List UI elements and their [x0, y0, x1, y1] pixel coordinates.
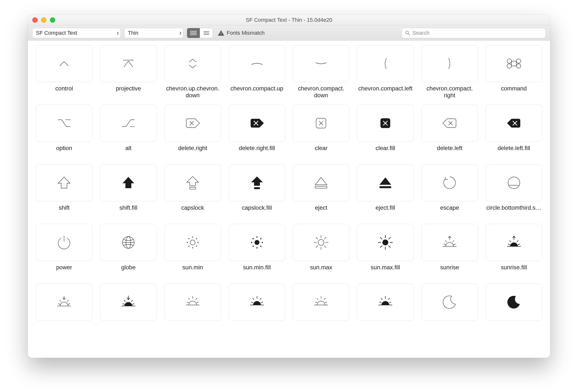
symbol-cell[interactable]: sun.​min.​fill	[227, 224, 286, 278]
symbol-label: sun.​max	[310, 264, 332, 278]
symbol-cell[interactable]: sunrise.​fill	[484, 224, 543, 278]
symbol-cell[interactable]	[356, 283, 415, 337]
symbol-label: sun.​max.​fill	[371, 264, 400, 278]
symbol-cell[interactable]	[35, 283, 94, 337]
symbol-cell[interactable]: control	[35, 45, 94, 99]
svg-line-115	[324, 298, 325, 300]
symbol-label: chevron.​compact.​right	[422, 85, 478, 99]
svg-line-97	[131, 300, 133, 302]
symbol-cell[interactable]: command	[484, 45, 543, 99]
chevron-compact-left-icon	[357, 45, 414, 82]
svg-line-103	[195, 298, 197, 300]
list-view-button[interactable]	[200, 28, 213, 38]
globe-icon	[100, 224, 157, 261]
symbol-label: delete.​left.​fill	[498, 145, 530, 158]
symbol-label: option	[56, 145, 72, 158]
symbol-cell[interactable]: delete.​right.​fill	[227, 105, 286, 158]
symbol-cell[interactable]: projective	[99, 45, 158, 99]
symbol-cell[interactable]: capslock.​fill	[227, 164, 286, 218]
view-mode-segmented	[187, 28, 213, 38]
grid-view-button[interactable]	[187, 28, 200, 38]
symbol-cell[interactable]: alt	[99, 105, 158, 158]
symbol-label: delete.​right	[178, 145, 207, 158]
minimize-window-button[interactable]	[41, 17, 47, 23]
symbol-cell[interactable]: eject	[292, 164, 351, 218]
symbol-cell[interactable]	[163, 283, 222, 337]
symbol-cell[interactable]: sun.​min	[163, 224, 222, 278]
symbol-cell[interactable]: eject.​fill	[356, 164, 415, 218]
svg-point-43	[192, 247, 193, 248]
symbol-cell[interactable]: clear.​fill	[356, 105, 415, 158]
dropdown-arrows-icon: ▴▾	[117, 31, 119, 35]
symbol-cell[interactable]: chevron.​up.​chevron.​down	[163, 45, 222, 99]
font-family-popup[interactable]: SF Compact Text ▴▾	[32, 28, 121, 38]
control-icon	[36, 45, 93, 82]
symbol-label: sunrise	[440, 264, 459, 278]
symbol-cell[interactable]: sun.​max.​fill	[356, 224, 415, 278]
fonts-mismatch-warning[interactable]: Fonts Mismatch	[218, 30, 265, 36]
sun-max-fill-icon	[357, 224, 414, 261]
symbol-cell[interactable]: chevron.​compact.​right	[420, 45, 479, 99]
symbol-cell[interactable]: delete.​left	[420, 105, 479, 158]
symbol-cell[interactable]: globe	[99, 224, 158, 278]
symbol-label: shift	[59, 204, 69, 218]
svg-line-106	[251, 302, 253, 303]
symbol-cell[interactable]: chevron.​compact.​down	[292, 45, 351, 99]
svg-line-10	[408, 34, 410, 35]
symbol-cell[interactable]	[484, 283, 543, 337]
symbol-cell[interactable]: sunrise	[420, 224, 479, 278]
symbol-cell[interactable]	[420, 283, 479, 337]
close-window-button[interactable]	[32, 17, 38, 23]
capslock-icon	[164, 164, 221, 201]
font-weight-popup[interactable]: Thin ▴▾	[124, 28, 183, 38]
symbol-cell[interactable]: circle.​bottomthird.​s…	[484, 164, 543, 218]
search-field[interactable]: Search	[401, 28, 546, 38]
capslock-fill-icon	[229, 164, 285, 201]
svg-line-95	[132, 304, 134, 305]
svg-line-101	[196, 302, 198, 303]
symbol-cell[interactable]	[227, 283, 286, 337]
eject-fill-icon	[357, 164, 414, 201]
svg-point-47	[254, 240, 259, 245]
symbol-cell[interactable]: sun.​max	[292, 224, 351, 278]
symbol-cell[interactable]: escape	[420, 164, 479, 218]
symbol-cell[interactable]	[292, 283, 351, 337]
symbol-cell[interactable]: option	[35, 105, 94, 158]
symbol-label: chevron.​compact.​up	[231, 85, 283, 99]
alt-icon	[100, 105, 157, 142]
symbol-cell[interactable]: capslock	[163, 164, 222, 218]
symbol-label: delete.​left	[437, 145, 462, 158]
sunset-fill-icon	[100, 283, 157, 321]
sun-horizon-fill-icon	[229, 283, 285, 321]
font-weight-value: Thin	[128, 30, 138, 36]
svg-rect-4	[193, 34, 194, 35]
sun-horizon-fill-icon	[357, 283, 414, 321]
delete-right-icon	[164, 105, 221, 142]
svg-rect-30	[315, 186, 327, 188]
symbol-cell[interactable]: chevron.​compact.​left	[356, 45, 415, 99]
svg-line-66	[388, 237, 390, 239]
sun-horizon-icon	[164, 283, 221, 321]
power-icon	[36, 224, 93, 261]
svg-line-90	[60, 300, 61, 302]
symbol-cell[interactable]	[99, 283, 158, 337]
symbol-cell[interactable]: chevron.​compact.​up	[227, 45, 286, 99]
delete-left-icon	[421, 105, 478, 142]
zoom-window-button[interactable]	[50, 17, 55, 23]
shift-fill-icon	[100, 164, 157, 201]
titlebar: SF Compact Text - Thin - 15.0d4e20	[28, 15, 550, 26]
svg-point-44	[188, 246, 189, 247]
symbol-cell[interactable]: delete.​left.​fill	[484, 105, 543, 158]
svg-line-79	[453, 240, 454, 242]
svg-line-94	[123, 304, 124, 305]
symbol-cell[interactable]: power	[35, 224, 94, 278]
svg-line-102	[188, 298, 190, 300]
symbol-cell[interactable]: delete.​right	[163, 105, 222, 158]
symbol-label: eject.​fill	[376, 204, 395, 218]
symbol-cell[interactable]: shift.​fill	[99, 164, 158, 218]
delete-right-fill-icon	[229, 105, 285, 142]
symbol-label: clear	[315, 145, 327, 158]
chevron-up-down-icon	[164, 45, 221, 82]
symbol-cell[interactable]: clear	[292, 105, 351, 158]
symbol-cell[interactable]: shift	[35, 164, 94, 218]
